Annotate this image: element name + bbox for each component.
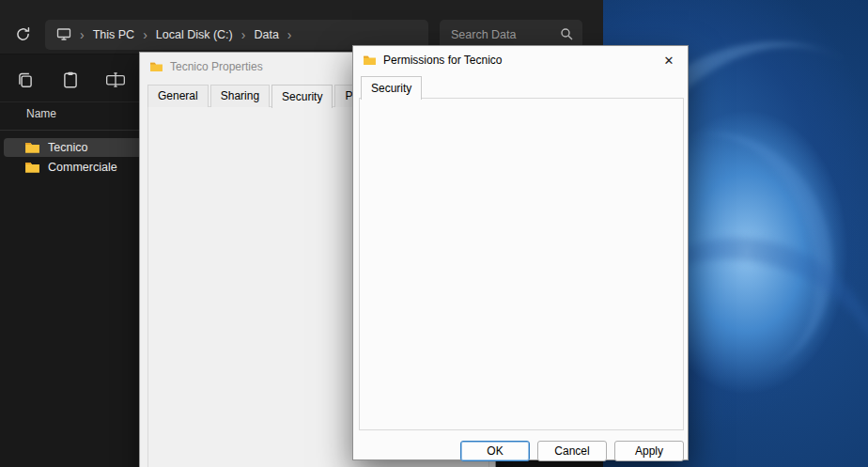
folder-icon bbox=[24, 141, 40, 154]
tab-strip: Security bbox=[361, 76, 424, 99]
tab-general[interactable]: General bbox=[147, 85, 209, 107]
search-icon bbox=[560, 27, 573, 43]
search-placeholder: Search Data bbox=[451, 28, 516, 41]
cancel-button[interactable]: Cancel bbox=[537, 441, 607, 461]
chevron-right-icon: › bbox=[287, 28, 292, 41]
copy-icon bbox=[16, 70, 35, 89]
refresh-button[interactable] bbox=[9, 23, 36, 49]
copy-button[interactable] bbox=[11, 68, 39, 94]
apply-button[interactable]: Apply bbox=[614, 441, 684, 461]
dialog-title: Tecnico Properties bbox=[170, 60, 263, 73]
folder-icon bbox=[363, 54, 377, 66]
tab-security[interactable]: Security bbox=[271, 85, 333, 108]
chevron-right-icon: › bbox=[143, 28, 147, 41]
permissions-dialog-titlebar[interactable]: Permissions for Tecnico bbox=[353, 46, 688, 74]
breadcrumb-data[interactable]: Data bbox=[254, 28, 278, 41]
tab-pane bbox=[359, 98, 684, 430]
breadcrumb-this-pc[interactable]: This PC bbox=[93, 28, 134, 41]
paste-button[interactable] bbox=[56, 68, 85, 94]
rename-icon bbox=[105, 71, 126, 88]
folder-icon bbox=[149, 61, 163, 72]
paste-icon bbox=[61, 70, 80, 89]
column-header-name[interactable]: Name bbox=[26, 107, 56, 120]
folder-name: Commerciale bbox=[48, 161, 117, 174]
close-button[interactable]: ✕ bbox=[656, 50, 682, 70]
folder-icon bbox=[24, 161, 40, 174]
tab-security[interactable]: Security bbox=[361, 76, 422, 100]
ok-button[interactable]: OK bbox=[460, 441, 530, 461]
this-pc-icon bbox=[56, 27, 71, 43]
tab-sharing[interactable]: Sharing bbox=[210, 85, 270, 107]
permissions-dialog: Permissions for Tecnico ✕ Security Objec… bbox=[352, 45, 689, 460]
rename-button[interactable] bbox=[101, 68, 130, 94]
folder-name: Tecnico bbox=[48, 141, 87, 154]
refresh-icon bbox=[15, 26, 31, 42]
chevron-right-icon: › bbox=[241, 28, 246, 41]
dialog-title: Permissions for Tecnico bbox=[383, 54, 503, 67]
chevron-right-icon: › bbox=[80, 28, 85, 41]
close-icon: ✕ bbox=[664, 54, 674, 68]
screenshot-root: › This PC › Local Disk (C:) › Data › Sea… bbox=[0, 0, 868, 467]
breadcrumb-local-disk[interactable]: Local Disk (C:) bbox=[156, 28, 233, 41]
